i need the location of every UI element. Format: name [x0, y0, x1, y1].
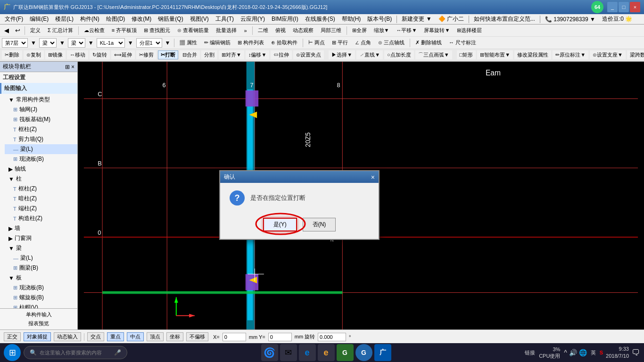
menu-floor[interactable]: 楼层(L) [52, 14, 76, 24]
tb-line[interactable]: ⟋直线▼ [356, 50, 383, 59]
taskbar-app-cortana[interactable]: 🌀 [261, 344, 278, 361]
tb-move[interactable]: ↔移动 [67, 50, 88, 59]
tree-beam[interactable]: —梁(L) [5, 144, 77, 154]
component-type-select[interactable]: 梁 [68, 38, 85, 48]
tree-wall-group[interactable]: ▶ 墙 [0, 223, 77, 233]
tree-zm[interactable]: ⊞柱帽(V) [5, 303, 77, 308]
tb-trim[interactable]: ✂修剪 [136, 50, 157, 59]
tree-lxb[interactable]: ⊞螺旋板(B) [5, 293, 77, 303]
tb-pan[interactable]: ↔平移▼ [393, 26, 420, 35]
menu-tools[interactable]: 工具(T) [213, 14, 237, 24]
tb-merge[interactable]: ⊟合并 [180, 50, 200, 59]
menu-online[interactable]: 在线服务(S) [302, 14, 338, 24]
intersection-btn[interactable]: 交点 [87, 332, 104, 341]
tb-mirror[interactable]: ⊞镜像 [45, 50, 66, 59]
tb-component-list[interactable]: ⊞ 构件列表 [235, 38, 267, 47]
menu-file[interactable]: 文件(F) [2, 14, 26, 24]
tb-sigma[interactable]: Σ 汇总计算 [45, 26, 76, 35]
menu-modify[interactable]: 修改(M) [129, 14, 154, 24]
tb-rect[interactable]: □矩形 [457, 50, 476, 59]
tb-copy[interactable]: ⊙复制 [24, 50, 44, 59]
center-btn[interactable]: 中点 [127, 332, 144, 341]
y-input[interactable] [268, 333, 292, 341]
midpoint-btn[interactable]: 重点 [107, 332, 124, 341]
menu-cloud[interactable]: 云应用(Y) [238, 14, 268, 24]
tb-grip[interactable]: ⊙设置夹点 [293, 50, 324, 59]
tree-slab-group[interactable]: ▼ 板 [0, 273, 77, 283]
tb-set-support[interactable]: ⊙设置支座▼ [590, 50, 626, 59]
taskbar-app-mail[interactable]: ✉ [280, 344, 297, 361]
tb-dynamic[interactable]: 动态观察 [290, 26, 316, 35]
tb-level-top[interactable]: ≡ 齐平板顶 [109, 26, 140, 35]
vertex-btn[interactable]: 顶点 [147, 332, 164, 341]
menu-quick-set[interactable]: 如何快速布置自定义范... [471, 14, 538, 24]
tree-dz[interactable]: T端柱(Z) [5, 204, 77, 214]
tb-back[interactable]: ◀ [2, 26, 11, 35]
tb-arc[interactable]: ⌒三点画弧▼ [415, 50, 452, 59]
taskbar-app-circle[interactable]: G [355, 344, 372, 361]
tree-col[interactable]: T框柱(Z) [5, 124, 77, 134]
tb-undo[interactable]: ↩ [13, 26, 22, 35]
tree-axis[interactable]: ⊞轴网(J) [5, 105, 77, 115]
tb-copy-span[interactable]: 梁跨数据复制▼ [627, 50, 644, 59]
nav-panel-controls[interactable]: ⊞ × [65, 64, 74, 70]
tb-stretch[interactable]: ⇔拉伸 [271, 50, 292, 59]
tree-ql[interactable]: ⊞圈梁(B) [5, 263, 77, 273]
menu-bim[interactable]: BIM应用(I) [269, 14, 301, 24]
coord-btn[interactable]: 坐标 [166, 332, 183, 341]
tb-smart-layout[interactable]: ⊞智能布置▼ [477, 50, 513, 59]
rotate-input[interactable] [318, 333, 346, 341]
tb-offset[interactable]: ↕偏移▼ [246, 50, 269, 59]
snap-btn[interactable]: 对象捕捉 [24, 332, 51, 341]
maximize-button[interactable]: □ [619, 2, 629, 12]
minimize-button[interactable]: _ [607, 2, 618, 12]
component-name-select[interactable]: KL-1a [97, 38, 125, 48]
tree-slab[interactable]: ⊞现浇板(B) [5, 154, 77, 164]
tree-col-group[interactable]: ▼ 柱 [0, 174, 77, 184]
dialog-no-button[interactable]: 否(N) [303, 218, 336, 231]
tb-select-floor[interactable]: ⊞选择楼层 [454, 26, 485, 35]
tb-del-aux[interactable]: ✗ 删除辅线 [413, 38, 445, 47]
menu-price[interactable]: 造价豆:0 🌟 [599, 14, 635, 24]
menu-draw[interactable]: 绘图(D) [103, 14, 128, 24]
menu-component[interactable]: 构件(N) [77, 14, 102, 24]
tb-parallel[interactable]: ⊞ 平行 [329, 38, 351, 47]
report-preview-btn[interactable]: 报表预览 [1, 319, 76, 328]
component-category-select[interactable]: 梁 [39, 38, 57, 48]
taskbar-app-green[interactable]: G [337, 344, 354, 361]
tb-define[interactable]: 定义 [27, 26, 43, 35]
tb-split[interactable]: 分割 [201, 50, 217, 59]
tree-common[interactable]: ▼ 常用构件类型 [0, 95, 77, 105]
search-box[interactable]: 🔍 在这里输入你要搜索的内容 🎤 [24, 346, 127, 359]
tb-point-len[interactable]: ○点加长度 [384, 50, 414, 59]
menu-version[interactable]: 版本号(B) [364, 14, 395, 24]
canvas-area[interactable]: C B 0 6 7 8 KL-7 300*600 KL-1(4) 2C8@1 2… [78, 62, 644, 329]
menu-view[interactable]: 视图(V) [187, 14, 212, 24]
tree-beam-group[interactable]: ▼ 梁 [0, 243, 77, 253]
tb-rotate[interactable]: 屏幕旋转▼ [421, 26, 453, 35]
taskbar-app-ie[interactable]: e [318, 344, 335, 361]
tb-break[interactable]: ✂打断 [158, 50, 178, 59]
tb-cloud-check[interactable]: ☁云检查 [81, 26, 107, 35]
tb-extend[interactable]: ⟺延伸 [111, 50, 135, 59]
menu-gxe[interactable]: 🔶 广小二 [436, 14, 467, 24]
tree-l[interactable]: —梁(L) [5, 253, 77, 263]
tb-view-rebar[interactable]: ⊙ 查看钢筋量 [174, 26, 212, 35]
tb-more1[interactable]: » [241, 27, 249, 34]
dynamic-input-btn[interactable]: 动态输入 [54, 332, 81, 341]
dialog-close-button[interactable]: × [371, 173, 375, 181]
section-project[interactable]: 工程设置 [0, 72, 77, 83]
tree-door-group[interactable]: ▶ 门窗洞 [0, 233, 77, 243]
orthogonal-btn[interactable]: 正交 [4, 332, 21, 341]
menu-rebar[interactable]: 钢筋量(Q) [155, 14, 186, 24]
menu-phone[interactable]: 📞 13907298339 ▼ [542, 15, 598, 24]
tb-modify-seg[interactable]: 修改梁段属性 [514, 50, 551, 59]
tb-rotate-action[interactable]: ↻旋转 [90, 50, 110, 59]
tb-align[interactable]: ⊞对齐▼ [219, 50, 244, 59]
section-draw[interactable]: 绘图输入 [0, 83, 77, 94]
single-input-btn[interactable]: 单构件输入 [1, 310, 76, 319]
menu-new-change[interactable]: 新建变更 ▼ [399, 14, 434, 24]
no-offset-btn[interactable]: 不偏移 [186, 332, 208, 341]
tree-kz[interactable]: T框柱(Z) [5, 184, 77, 194]
x-input[interactable] [223, 333, 246, 341]
